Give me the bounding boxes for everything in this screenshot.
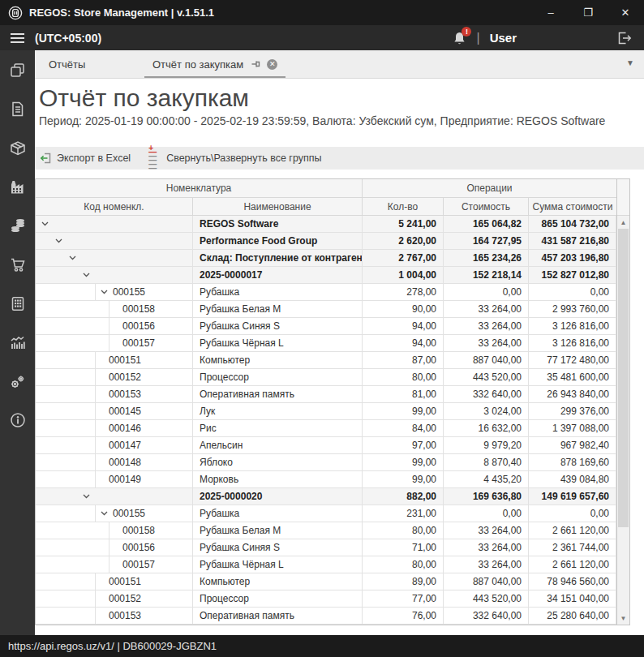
table-row[interactable]: 000148Яблоко99,008 870,40878 169,60 [36,454,616,471]
collapse-chevron-icon[interactable] [41,221,49,226]
group-row[interactable]: 2025-0000020882,00169 636,80149 619 657,… [36,488,616,505]
code-cell: 000145 [36,403,193,419]
table-row[interactable]: 000155Рубашка278,000,000,00 [36,284,616,301]
cost-cell: 16 632,00 [444,420,529,436]
sidebar-item-info[interactable] [0,401,35,440]
cost-cell: 887 040,00 [444,573,529,590]
vertical-scrollbar[interactable]: ▲ ▼ [616,179,629,625]
cost-cell: 33 264,00 [444,556,529,573]
collapse-chevron-icon[interactable] [101,290,108,294]
qty-cell: 1 004,00 [363,267,444,283]
table-row[interactable]: 000153Оперативная память81,00332 640,002… [36,386,616,403]
code-cell [36,267,193,283]
band-header-operations[interactable]: Операции [363,179,616,197]
column-header[interactable]: Код номенкл. [36,198,193,215]
bell-badge: ! [462,27,471,36]
column-header[interactable]: Стоимость [444,198,529,215]
table-row[interactable]: 000158Рубашка Белая М80,0033 264,002 661… [36,522,616,539]
group-row[interactable]: Склад: Поступление от контрагента2 767,0… [36,250,616,267]
scrollbar-thumb[interactable] [618,229,629,527]
table-row[interactable]: 000152Процессор77,00443 520,0034 151 040… [36,590,616,608]
sidebar-item-settings[interactable] [0,362,35,401]
sidebar-item-sales[interactable] [0,245,35,284]
table-row[interactable]: 000157Рубашка Чёрная L94,0033 264,003 12… [36,335,616,352]
tab-list-dropdown-icon[interactable]: ▼ [626,58,634,67]
table-row[interactable]: 000156Рубашка Синяя S71,0033 264,002 361… [36,539,616,556]
sidebar-item-copy[interactable] [0,50,35,89]
qty-cell: 81,00 [363,386,444,402]
qty-cell: 84,00 [363,420,444,436]
timezone-label: (UTC+05:00) [35,32,101,45]
column-header[interactable]: Кол-во [363,198,444,215]
group-row[interactable]: 2025-00000171 004,00152 218,14152 827 01… [36,267,616,284]
sidebar-item-documents[interactable] [0,89,35,128]
qty-cell: 87,00 [363,352,444,368]
export-excel-button[interactable]: Экспорт в Excel [39,152,131,165]
report-toolbar: Экспорт в Excel + — — — — — Свернуть\Раз… [35,147,644,170]
table-row[interactable]: 000151Компьютер89,00887 040,0078 946 560… [36,573,616,590]
tab-reports[interactable]: Отчёты [39,50,120,78]
group-row[interactable]: REGOS Software5 241,00165 064,82865 104 … [36,216,616,233]
factory-icon [9,178,27,195]
user-label[interactable]: User [490,31,517,45]
table-row[interactable]: 000156Рубашка Синяя S94,0033 264,003 126… [36,318,616,335]
tab-close-icon[interactable]: ✕ [267,59,277,70]
collapse-chevron-icon[interactable] [83,273,90,277]
table-row[interactable]: 000149Морковь99,004 435,20439 084,80 [36,471,616,488]
name-cell: Рубашка Белая М [193,301,363,317]
collapse-chevron-icon[interactable] [69,256,76,260]
notifications-bell-icon[interactable]: ! [453,31,466,45]
name-cell: Рис [193,420,363,436]
group-row[interactable]: Performance Food Group2 620,00164 727,95… [36,233,616,250]
close-button[interactable]: ✕ [607,0,644,25]
export-excel-icon [39,152,52,165]
table-row[interactable]: 000153Оперативная память76,00332 640,002… [36,608,616,625]
column-header[interactable]: Сумма стоимости [529,198,616,215]
page-title: Отчёт по закупкам [35,79,644,114]
sum-cell: 78 946 560,00 [529,573,616,590]
code-cell: 000158 [36,522,193,539]
table-row[interactable]: 000157Рубашка Чёрная L80,0033 264,002 66… [36,556,616,573]
scroll-down-icon[interactable]: ▼ [617,612,629,625]
collapse-expand-groups-button[interactable]: + — — — — — Свернуть\Развернуть все груп… [148,146,321,170]
table-row[interactable]: 000145Лук99,003 024,00299 376,00 [36,403,616,420]
collapse-chevron-icon[interactable] [55,238,62,243]
table-row[interactable]: 000146Рис84,0016 632,001 397 088,00 [36,420,616,437]
code-cell: 000149 [36,471,193,487]
pin-icon[interactable] [251,59,261,69]
sum-cell: 149 619 657,60 [529,488,616,505]
name-cell: Рубашка Синяя S [193,539,363,556]
maximize-button[interactable]: ❐ [569,0,607,25]
sidebar-item-products[interactable] [0,128,35,167]
name-cell: Яблоко [193,454,363,470]
sidebar-item-statistics[interactable] [0,323,35,362]
sidebar-item-finance[interactable] [0,206,35,245]
qty-cell: 71,00 [363,539,444,556]
table-row[interactable]: 000152Процессор80,00443 520,0035 481 600… [36,369,616,386]
sum-cell: 457 203 196,80 [529,250,616,266]
logout-icon[interactable] [616,30,633,46]
sum-cell: 299 376,00 [529,403,616,419]
scroll-up-icon[interactable]: ▲ [617,216,629,229]
collapse-chevron-icon[interactable] [83,494,90,499]
minimize-button[interactable]: – [532,0,569,25]
sidebar-item-terminal[interactable] [0,284,35,323]
hamburger-menu-icon[interactable] [0,33,35,43]
code-cell: 000152 [36,369,193,385]
table-row[interactable]: 000147Апельсин97,009 979,20967 982,40 [36,437,616,454]
collapse-chevron-icon[interactable] [101,511,108,516]
table-row[interactable]: 000158Рубашка Белая М90,0033 264,002 993… [36,301,616,318]
column-header[interactable]: Наименование [193,198,363,215]
cost-cell: 165 064,82 [444,216,529,232]
sum-cell: 77 172 480,00 [529,352,616,368]
cost-cell: 165 234,26 [444,250,529,266]
band-header-nomenclature[interactable]: Номенклатура [36,179,363,197]
scrollbar-track[interactable] [617,229,629,612]
table-row[interactable]: 000151Компьютер87,00887 040,0077 172 480… [36,352,616,369]
table-row[interactable]: 000155Рубашка231,000,000,00 [36,505,616,522]
code-cell: 000157 [36,335,193,351]
sidebar-item-enterprise[interactable] [0,167,35,206]
sidebar-nav [0,50,35,635]
tab-purchase-report[interactable]: Отчёт по закупкам ✕ [143,50,287,78]
export-excel-label: Экспорт в Excel [57,152,131,164]
